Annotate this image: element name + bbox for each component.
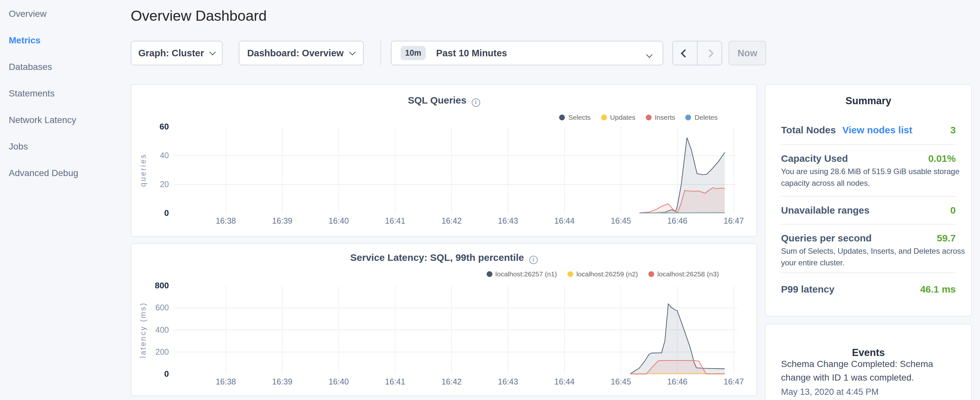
events-panel: Events Schema Change Completed: Schema c… xyxy=(765,324,972,400)
time-step-back-button[interactable] xyxy=(673,41,698,65)
time-range-dropdown[interactable]: 10m Past 10 Minutes xyxy=(391,41,663,65)
svg-text:16:40: 16:40 xyxy=(329,377,349,386)
service-latency-panel: Service Latency: SQL, 99th percentilei l… xyxy=(131,243,757,396)
summary-row-value: 0 xyxy=(950,204,956,217)
svg-text:0: 0 xyxy=(164,208,169,218)
svg-text:16:46: 16:46 xyxy=(667,377,687,386)
chevron-left-icon xyxy=(681,49,689,57)
svg-text:600: 600 xyxy=(155,303,169,312)
summary-row-label: Unavailable ranges xyxy=(781,204,869,217)
chevron-down-icon xyxy=(646,51,652,58)
chevron-down-icon xyxy=(349,49,356,55)
summary-panel: Summary Total Nodes View nodes list 3 Ca… xyxy=(765,84,972,316)
summary-row-qps: Queries per second 59.7 Sum of Selects, … xyxy=(781,225,956,273)
svg-text:16:45: 16:45 xyxy=(611,216,631,225)
sql-queries-panel: SQL Queriesi SelectsUpdatesInsertsDelete… xyxy=(131,84,757,237)
svg-text:16:40: 16:40 xyxy=(329,216,349,225)
chevron-down-icon xyxy=(210,49,216,55)
time-step-group xyxy=(672,41,722,65)
now-button[interactable]: Now xyxy=(729,41,766,65)
now-button-label: Now xyxy=(737,48,757,58)
svg-text:queries: queries xyxy=(139,153,147,187)
sidebar-item-overview[interactable]: Overview xyxy=(0,0,131,27)
summary-row-desc: Sum of Selects, Updates, Inserts, and De… xyxy=(781,245,980,269)
page-title: Overview Dashboard xyxy=(131,8,267,25)
sidebar-item-statements[interactable]: Statements xyxy=(0,80,131,106)
time-range-badge: 10m xyxy=(401,46,426,60)
event-text: Schema Change Completed: Schema change w… xyxy=(781,357,956,384)
toolbar-divider xyxy=(380,41,381,65)
svg-text:16:38: 16:38 xyxy=(216,377,236,386)
sidebar-item-databases[interactable]: Databases xyxy=(0,53,131,80)
svg-text:16:45: 16:45 xyxy=(611,377,631,386)
svg-text:latency (ms): latency (ms) xyxy=(139,302,147,358)
svg-text:16:47: 16:47 xyxy=(724,216,744,225)
svg-text:0: 0 xyxy=(164,369,169,379)
summary-row-desc: You are using 28.6 MiB of 515.9 GiB usab… xyxy=(781,166,964,189)
summary-row-total-nodes: Total Nodes View nodes list 3 xyxy=(781,116,956,145)
summary-row-value: 0.01% xyxy=(928,152,956,165)
svg-text:40: 40 xyxy=(160,151,169,160)
sql-queries-chart: 16:3816:3916:4016:4116:4216:4316:4416:45… xyxy=(131,85,758,237)
sidebar-item-metrics[interactable]: Metrics xyxy=(0,27,131,53)
summary-row-value: 46.1 ms xyxy=(920,283,956,296)
time-step-forward-button[interactable] xyxy=(698,41,721,65)
summary-row-unavailable: Unavailable ranges 0 xyxy=(781,197,956,225)
svg-text:16:39: 16:39 xyxy=(272,377,293,386)
svg-text:60: 60 xyxy=(159,122,169,131)
event-time[interactable]: May 13, 2020 at 4:45 PM xyxy=(781,385,956,399)
svg-text:16:43: 16:43 xyxy=(498,216,518,225)
dashboard-dropdown-label: Dashboard: Overview xyxy=(247,48,344,58)
summary-title: Summary xyxy=(781,95,956,107)
graph-dropdown[interactable]: Graph: Cluster xyxy=(131,41,223,65)
service-latency-chart: 16:3816:3916:4016:4116:4216:4316:4416:45… xyxy=(131,244,758,397)
svg-text:16:38: 16:38 xyxy=(216,216,236,225)
svg-text:16:41: 16:41 xyxy=(385,377,406,386)
summary-row-label: P99 latency xyxy=(781,283,834,296)
sidebar-item-network-latency[interactable]: Network Latency xyxy=(0,106,131,133)
svg-text:16:43: 16:43 xyxy=(498,377,518,386)
svg-text:16:42: 16:42 xyxy=(441,216,462,225)
svg-text:20: 20 xyxy=(160,180,169,189)
summary-row-p99: P99 latency 46.1 ms xyxy=(781,273,956,303)
svg-text:16:42: 16:42 xyxy=(441,377,462,386)
summary-row-label: Queries per second xyxy=(781,232,872,245)
summary-row-label: Total Nodes xyxy=(781,124,836,137)
summary-row-value: 59.7 xyxy=(937,232,956,245)
svg-text:200: 200 xyxy=(155,347,169,356)
svg-text:800: 800 xyxy=(155,280,169,290)
events-title: Events xyxy=(781,347,956,359)
svg-text:16:46: 16:46 xyxy=(667,216,687,225)
chevron-right-icon xyxy=(705,49,713,57)
graph-dropdown-label: Graph: Cluster xyxy=(138,48,204,58)
sidebar-item-jobs[interactable]: Jobs xyxy=(0,133,131,159)
time-range-label: Past 10 Minutes xyxy=(436,48,507,58)
svg-text:16:47: 16:47 xyxy=(724,377,744,386)
svg-text:16:41: 16:41 xyxy=(385,216,406,225)
summary-row-label: Capacity Used xyxy=(781,152,848,165)
sidebar: Overview Metrics Databases Statements Ne… xyxy=(0,0,131,186)
svg-text:400: 400 xyxy=(155,325,169,334)
sidebar-item-advanced-debug[interactable]: Advanced Debug xyxy=(0,159,131,186)
view-nodes-list-link[interactable]: View nodes list xyxy=(842,124,912,137)
svg-text:16:39: 16:39 xyxy=(272,216,293,225)
dashboard-dropdown[interactable]: Dashboard: Overview xyxy=(239,41,363,65)
summary-row-capacity: Capacity Used 0.01% You are using 28.6 M… xyxy=(781,145,956,197)
svg-text:16:44: 16:44 xyxy=(554,377,574,386)
summary-row-value: 3 xyxy=(950,124,956,137)
svg-text:16:44: 16:44 xyxy=(554,216,574,225)
app-root: Overview Metrics Databases Statements Ne… xyxy=(0,0,980,400)
